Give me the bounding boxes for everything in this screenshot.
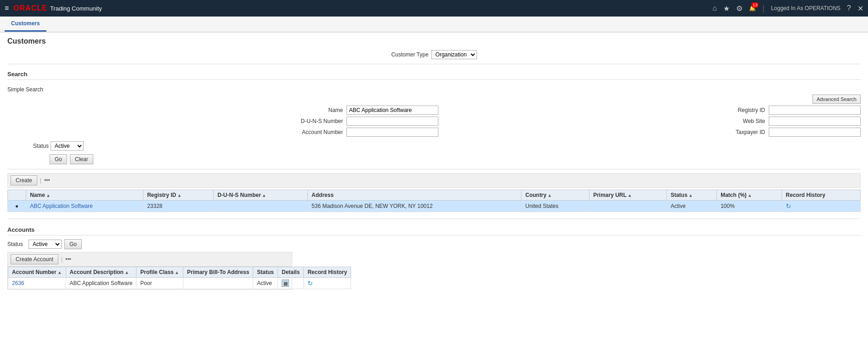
- status-label: Status: [12, 143, 49, 149]
- logged-in-label: Logged In As OPERATIONS: [771, 5, 840, 11]
- row-record-history[interactable]: ↻: [782, 201, 861, 212]
- record-history-refresh-icon[interactable]: ↻: [786, 202, 791, 210]
- col-status[interactable]: Status▲: [667, 190, 717, 201]
- accounts-section: Accounts Status Active Inactive All Go C…: [7, 224, 861, 290]
- customer-type-label: Customer Type: [391, 51, 428, 58]
- status-row: Status Active Inactive All: [7, 141, 861, 151]
- go-button[interactable]: Go: [50, 154, 67, 164]
- app-title: Trading Community: [50, 5, 102, 12]
- details-icon[interactable]: ▦: [282, 280, 289, 287]
- status-select[interactable]: Active Inactive All: [51, 141, 84, 151]
- accounts-section-header: Accounts: [7, 224, 861, 235]
- acct-col-record-history: Record History: [304, 267, 351, 278]
- name-input[interactable]: [346, 106, 438, 115]
- name-label: Name: [7, 107, 343, 113]
- website-label: Web Site: [442, 118, 765, 124]
- home-icon[interactable]: ⌂: [713, 4, 717, 12]
- acct-col-details: Details: [278, 267, 304, 278]
- customer-type-select[interactable]: Organization: [431, 50, 477, 59]
- page-content: Customers Customer Type Organization Sea…: [0, 33, 868, 294]
- notification-count: 13: [751, 2, 759, 8]
- acct-row-profile-class: Poor: [136, 278, 183, 289]
- accounts-table-wrapper: Create Account | ••• Account Number▲ Acc…: [7, 252, 292, 290]
- row-primary-url: [589, 201, 667, 212]
- notifications-icon[interactable]: 🔔 13: [749, 5, 756, 11]
- col-name[interactable]: Name▲: [26, 190, 143, 201]
- hamburger-icon[interactable]: ≡: [5, 4, 9, 12]
- help-icon[interactable]: ?: [847, 4, 851, 12]
- acct-col-bill-to: Primary Bill-To Address: [183, 267, 253, 278]
- col-match-pct[interactable]: Match (%)▲: [717, 190, 782, 201]
- col-primary-url[interactable]: Primary URL▲: [589, 190, 667, 201]
- table-row: ● ABC Application Software 23328 536 Mad…: [8, 201, 861, 212]
- top-navigation: ≡ ORACLE Trading Community ⌂ ★ ⚙ 🔔 13 | …: [0, 0, 868, 17]
- settings-icon[interactable]: ⚙: [736, 4, 743, 13]
- col-duns[interactable]: D-U-N-S Number▲: [214, 190, 308, 201]
- account-number-link[interactable]: 2636: [12, 280, 24, 286]
- duns-label: D-U-N-S Number: [7, 118, 343, 124]
- acct-row-status: Active: [253, 278, 278, 289]
- acct-row-description: ABC Application Software: [66, 278, 136, 289]
- acct-col-profile-class[interactable]: Profile Class▲: [136, 267, 183, 278]
- col-record-history: Record History: [782, 190, 861, 201]
- col-registry-id[interactable]: Registry ID▲: [143, 190, 214, 201]
- row-status: Active: [667, 201, 717, 212]
- accounts-status-row: Status Active Inactive All Go: [7, 239, 861, 249]
- row-duns: [214, 201, 308, 212]
- accounts-toolbar: Create Account | •••: [8, 252, 292, 267]
- col-address[interactable]: Address: [308, 190, 522, 201]
- taxpayer-input[interactable]: [769, 128, 861, 137]
- row-registry-id: 23328: [143, 201, 214, 212]
- acct-row-record-history[interactable]: ↻: [304, 278, 351, 289]
- tab-customers[interactable]: Customers: [5, 17, 46, 32]
- col-radio: [8, 190, 26, 201]
- accounts-toolbar-separator: |: [61, 256, 62, 263]
- acct-record-history-refresh-icon[interactable]: ↻: [307, 280, 313, 287]
- favorites-icon[interactable]: ★: [723, 4, 730, 13]
- toolbar-more-button[interactable]: •••: [44, 177, 50, 184]
- name-link[interactable]: ABC Application Software: [30, 203, 93, 209]
- account-number-label: Account Number: [7, 129, 343, 135]
- website-input[interactable]: [769, 117, 861, 126]
- tab-bar: Customers: [0, 17, 868, 33]
- acct-col-description[interactable]: Account Description▲: [66, 267, 136, 278]
- results-table: Name▲ Registry ID▲ D-U-N-S Number▲ Addre…: [7, 190, 861, 212]
- nav-right: ⌂ ★ ⚙ 🔔 13 | Logged In As OPERATIONS ? ✕: [713, 4, 863, 13]
- registry-id-label: Registry ID: [442, 107, 765, 113]
- advanced-search-button[interactable]: Advanced Search: [812, 95, 861, 104]
- create-button[interactable]: Create: [11, 175, 37, 185]
- nav-divider: |: [762, 4, 765, 13]
- row-country: United States: [522, 201, 590, 212]
- accounts-status-select[interactable]: Active Inactive All: [28, 240, 62, 249]
- row-match-pct: 100%: [717, 201, 782, 212]
- customer-type-row: Customer Type Organization: [7, 50, 861, 59]
- acct-col-account-number[interactable]: Account Number▲: [8, 267, 66, 278]
- col-country[interactable]: Country▲: [522, 190, 590, 201]
- acct-col-status: Status: [253, 267, 278, 278]
- account-number-input[interactable]: [346, 128, 438, 137]
- registry-id-input[interactable]: [769, 106, 861, 115]
- row-address: 536 Madison Avenue DE, NEW YORK, NY 1001…: [308, 201, 522, 212]
- accounts-toolbar-more-button[interactable]: •••: [65, 256, 71, 263]
- page-title: Customers: [7, 37, 861, 45]
- acct-row-details[interactable]: ▦: [278, 278, 304, 289]
- accounts-status-label: Status: [7, 241, 26, 247]
- clear-button[interactable]: Clear: [70, 154, 93, 164]
- accounts-go-button[interactable]: Go: [64, 239, 82, 249]
- row-radio[interactable]: ●: [8, 201, 26, 212]
- duns-input[interactable]: [346, 117, 438, 126]
- accounts-table-row: 2636 ABC Application Software Poor Activ…: [8, 278, 351, 289]
- acct-row-bill-to: [183, 278, 253, 289]
- oracle-logo: ORACLE: [13, 4, 47, 12]
- simple-search-label: Simple Search: [7, 84, 861, 95]
- results-toolbar: Create | •••: [7, 173, 861, 188]
- taxpayer-label: Taxpayer ID: [442, 129, 765, 135]
- search-btn-row: Go Clear: [7, 154, 861, 164]
- accounts-table: Account Number▲ Account Description▲ Pro…: [8, 267, 351, 289]
- search-form: Name Registry ID D-U-N-S Number Web Site…: [7, 106, 861, 137]
- search-section-header: Search: [7, 68, 861, 80]
- row-name[interactable]: ABC Application Software: [26, 201, 143, 212]
- acct-row-number[interactable]: 2636: [8, 278, 66, 289]
- close-icon[interactable]: ✕: [857, 4, 863, 13]
- create-account-button[interactable]: Create Account: [11, 254, 58, 264]
